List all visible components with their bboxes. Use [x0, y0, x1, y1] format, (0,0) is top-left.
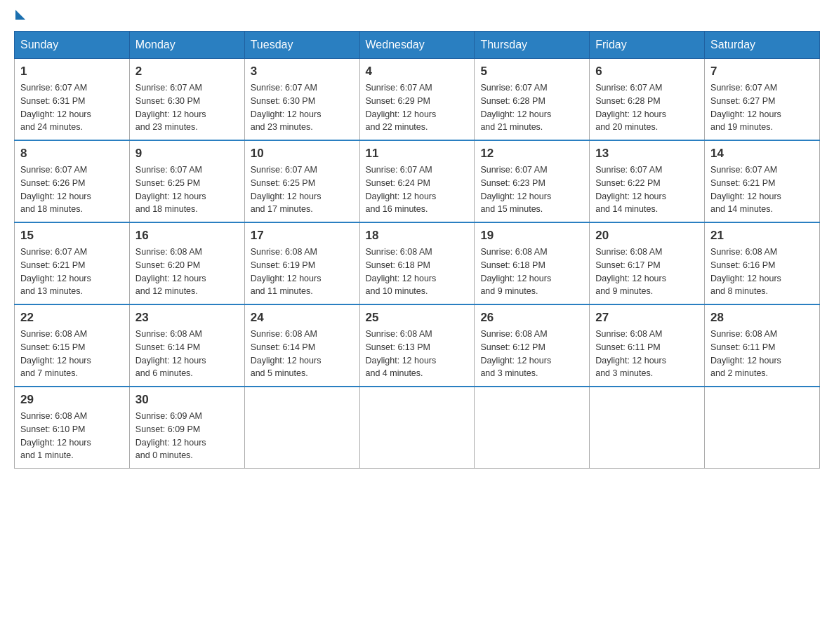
day-number: 15: [20, 229, 124, 243]
calendar-cell: 14Sunrise: 6:07 AMSunset: 6:21 PMDayligh…: [705, 140, 820, 222]
day-number: 22: [20, 311, 124, 325]
calendar-cell: 28Sunrise: 6:08 AMSunset: 6:11 PMDayligh…: [705, 304, 820, 387]
day-info: Sunrise: 6:08 AMSunset: 6:13 PMDaylight:…: [366, 328, 469, 380]
day-number: 28: [710, 311, 814, 325]
day-number: 8: [20, 147, 124, 161]
weekday-header-monday: Monday: [129, 32, 244, 59]
calendar-cell: 11Sunrise: 6:07 AMSunset: 6:24 PMDayligh…: [359, 140, 475, 222]
calendar-cell: 1Sunrise: 6:07 AMSunset: 6:31 PMDaylight…: [15, 59, 130, 141]
calendar-cell: 7Sunrise: 6:07 AMSunset: 6:27 PMDaylight…: [705, 59, 820, 141]
day-number: 30: [135, 393, 239, 407]
day-info: Sunrise: 6:07 AMSunset: 6:21 PMDaylight:…: [710, 163, 814, 216]
day-number: 21: [710, 229, 814, 243]
calendar-week-row: 15Sunrise: 6:07 AMSunset: 6:21 PMDayligh…: [15, 222, 820, 304]
day-number: 13: [595, 147, 699, 161]
day-number: 27: [595, 311, 699, 325]
calendar-cell: 26Sunrise: 6:08 AMSunset: 6:12 PMDayligh…: [475, 304, 590, 387]
calendar-cell: 25Sunrise: 6:08 AMSunset: 6:13 PMDayligh…: [359, 304, 475, 387]
weekday-header-sunday: Sunday: [15, 32, 130, 59]
day-info: Sunrise: 6:07 AMSunset: 6:25 PMDaylight:…: [251, 163, 354, 216]
day-number: 19: [480, 229, 583, 243]
calendar-cell: [705, 387, 820, 469]
day-info: Sunrise: 6:07 AMSunset: 6:22 PMDaylight:…: [595, 163, 699, 216]
day-number: 3: [251, 65, 354, 79]
day-info: Sunrise: 6:08 AMSunset: 6:17 PMDaylight:…: [595, 246, 699, 298]
calendar-cell: [244, 387, 359, 469]
day-info: Sunrise: 6:08 AMSunset: 6:18 PMDaylight:…: [366, 246, 469, 298]
calendar-cell: 10Sunrise: 6:07 AMSunset: 6:25 PMDayligh…: [244, 140, 359, 222]
calendar-cell: 9Sunrise: 6:07 AMSunset: 6:25 PMDaylight…: [129, 140, 244, 222]
day-info: Sunrise: 6:07 AMSunset: 6:27 PMDaylight:…: [710, 81, 814, 134]
day-number: 26: [480, 311, 583, 325]
day-number: 16: [135, 229, 239, 243]
calendar-cell: 3Sunrise: 6:07 AMSunset: 6:30 PMDaylight…: [244, 59, 359, 141]
calendar-week-row: 1Sunrise: 6:07 AMSunset: 6:31 PMDaylight…: [15, 59, 820, 141]
day-info: Sunrise: 6:08 AMSunset: 6:14 PMDaylight:…: [251, 328, 354, 380]
day-info: Sunrise: 6:08 AMSunset: 6:14 PMDaylight:…: [135, 328, 239, 380]
day-info: Sunrise: 6:07 AMSunset: 6:29 PMDaylight:…: [366, 81, 469, 134]
day-number: 18: [366, 229, 469, 243]
day-number: 17: [251, 229, 354, 243]
calendar-cell: 4Sunrise: 6:07 AMSunset: 6:29 PMDaylight…: [359, 59, 475, 141]
day-info: Sunrise: 6:08 AMSunset: 6:10 PMDaylight:…: [20, 410, 124, 462]
calendar-cell: 27Sunrise: 6:08 AMSunset: 6:11 PMDayligh…: [590, 304, 705, 387]
calendar-cell: 23Sunrise: 6:08 AMSunset: 6:14 PMDayligh…: [129, 304, 244, 387]
day-number: 5: [480, 65, 583, 79]
day-info: Sunrise: 6:07 AMSunset: 6:31 PMDaylight:…: [20, 81, 124, 134]
calendar-cell: [590, 387, 705, 469]
day-number: 2: [135, 65, 239, 79]
calendar-cell: 22Sunrise: 6:08 AMSunset: 6:15 PMDayligh…: [15, 304, 130, 387]
day-number: 1: [20, 65, 124, 79]
day-number: 11: [366, 147, 469, 161]
calendar-cell: 20Sunrise: 6:08 AMSunset: 6:17 PMDayligh…: [590, 222, 705, 304]
calendar-cell: 16Sunrise: 6:08 AMSunset: 6:20 PMDayligh…: [129, 222, 244, 304]
day-info: Sunrise: 6:07 AMSunset: 6:28 PMDaylight:…: [595, 81, 699, 134]
calendar-cell: [359, 387, 475, 469]
calendar-cell: 2Sunrise: 6:07 AMSunset: 6:30 PMDaylight…: [129, 59, 244, 141]
calendar-cell: [475, 387, 590, 469]
calendar-cell: 12Sunrise: 6:07 AMSunset: 6:23 PMDayligh…: [475, 140, 590, 222]
calendar-cell: 19Sunrise: 6:08 AMSunset: 6:18 PMDayligh…: [475, 222, 590, 304]
calendar-cell: 17Sunrise: 6:08 AMSunset: 6:19 PMDayligh…: [244, 222, 359, 304]
calendar-cell: 6Sunrise: 6:07 AMSunset: 6:28 PMDaylight…: [590, 59, 705, 141]
day-number: 14: [710, 147, 814, 161]
day-number: 10: [251, 147, 354, 161]
day-number: 25: [366, 311, 469, 325]
weekday-header-saturday: Saturday: [705, 32, 820, 59]
day-info: Sunrise: 6:07 AMSunset: 6:28 PMDaylight:…: [480, 81, 583, 134]
calendar-cell: 21Sunrise: 6:08 AMSunset: 6:16 PMDayligh…: [705, 222, 820, 304]
calendar-table: SundayMondayTuesdayWednesdayThursdayFrid…: [14, 31, 820, 469]
calendar-week-row: 8Sunrise: 6:07 AMSunset: 6:26 PMDaylight…: [15, 140, 820, 222]
day-number: 6: [595, 65, 699, 79]
day-number: 7: [710, 65, 814, 79]
day-number: 12: [480, 147, 583, 161]
weekday-header-row: SundayMondayTuesdayWednesdayThursdayFrid…: [15, 32, 820, 59]
logo-triangle-icon: [15, 10, 25, 20]
day-info: Sunrise: 6:07 AMSunset: 6:26 PMDaylight:…: [20, 163, 124, 216]
day-number: 20: [595, 229, 699, 243]
day-info: Sunrise: 6:08 AMSunset: 6:19 PMDaylight:…: [251, 246, 354, 298]
weekday-header-friday: Friday: [590, 32, 705, 59]
day-info: Sunrise: 6:08 AMSunset: 6:15 PMDaylight:…: [20, 328, 124, 380]
calendar-cell: 29Sunrise: 6:08 AMSunset: 6:10 PMDayligh…: [15, 387, 130, 469]
calendar-cell: 30Sunrise: 6:09 AMSunset: 6:09 PMDayligh…: [129, 387, 244, 469]
day-info: Sunrise: 6:08 AMSunset: 6:18 PMDaylight:…: [480, 246, 583, 298]
day-info: Sunrise: 6:08 AMSunset: 6:20 PMDaylight:…: [135, 246, 239, 298]
day-info: Sunrise: 6:07 AMSunset: 6:30 PMDaylight:…: [251, 81, 354, 134]
day-number: 9: [135, 147, 239, 161]
day-number: 4: [366, 65, 469, 79]
day-info: Sunrise: 6:07 AMSunset: 6:25 PMDaylight:…: [135, 163, 239, 216]
weekday-header-thursday: Thursday: [475, 32, 590, 59]
calendar-cell: 15Sunrise: 6:07 AMSunset: 6:21 PMDayligh…: [15, 222, 130, 304]
calendar-week-row: 22Sunrise: 6:08 AMSunset: 6:15 PMDayligh…: [15, 304, 820, 387]
day-info: Sunrise: 6:08 AMSunset: 6:11 PMDaylight:…: [710, 328, 814, 380]
calendar-cell: 13Sunrise: 6:07 AMSunset: 6:22 PMDayligh…: [590, 140, 705, 222]
day-info: Sunrise: 6:09 AMSunset: 6:09 PMDaylight:…: [135, 410, 239, 462]
day-info: Sunrise: 6:08 AMSunset: 6:12 PMDaylight:…: [480, 328, 583, 380]
day-info: Sunrise: 6:07 AMSunset: 6:21 PMDaylight:…: [20, 246, 124, 298]
day-info: Sunrise: 6:08 AMSunset: 6:11 PMDaylight:…: [595, 328, 699, 380]
day-number: 24: [251, 311, 354, 325]
calendar-cell: 24Sunrise: 6:08 AMSunset: 6:14 PMDayligh…: [244, 304, 359, 387]
page-header: [14, 14, 820, 17]
weekday-header-tuesday: Tuesday: [244, 32, 359, 59]
